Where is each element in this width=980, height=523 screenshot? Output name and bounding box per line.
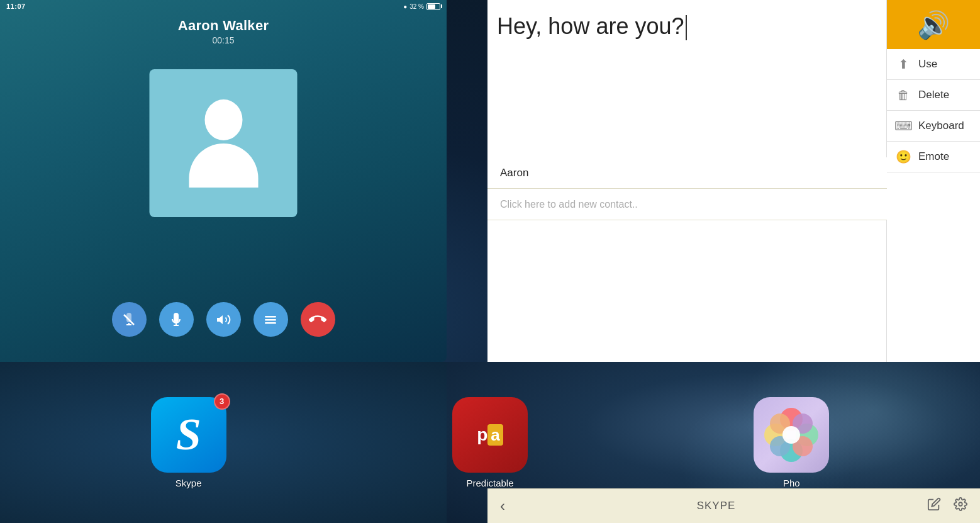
caller-info: Aaron Walker 00:15 [0, 18, 447, 45]
right-sidebar: 🔊 ⬆ Use 🗑 Delete ⌨ Keyboard 🙂 Emote [887, 0, 980, 362]
predictable-label: Predictable [466, 478, 513, 488]
avatar-person [189, 99, 258, 188]
photos-logo [754, 397, 829, 473]
predictable-logo: pa [477, 426, 503, 444]
svg-rect-3 [265, 319, 276, 321]
use-button[interactable]: ⬆ Use [887, 49, 980, 80]
add-contact-label: Click here to add new contact.. [500, 199, 638, 210]
svg-marker-1 [217, 315, 223, 324]
skype-app-icon[interactable]: S 3 [151, 397, 226, 473]
call-controls [0, 302, 447, 337]
keyboard-button[interactable]: ⌨ Keyboard [887, 111, 980, 142]
delete-icon: 🗑 [894, 88, 912, 103]
avatar-body [189, 143, 258, 188]
battery-icon [426, 3, 440, 10]
speaker-button[interactable] [206, 302, 241, 337]
menu-button[interactable] [253, 302, 288, 337]
photos-app-wrapper: Pho [754, 397, 829, 488]
predictable-app-wrapper: pa Predictable [452, 397, 528, 488]
volume-button[interactable]: 🔊 [887, 0, 980, 49]
cursor [686, 15, 687, 40]
delete-button[interactable]: 🗑 Delete [887, 80, 980, 111]
contact-name: Aaron [500, 167, 528, 179]
photos-label: Pho [783, 478, 800, 488]
skype-label: Skype [175, 478, 202, 488]
call-duration: 00:15 [0, 35, 447, 45]
battery-percent: 32 % [409, 3, 424, 10]
status-icons: ● 32 % [403, 3, 440, 10]
emote-button[interactable]: 🙂 Emote [887, 142, 980, 172]
emote-label: Emote [918, 150, 949, 163]
call-panel: 11:07 ● 32 % Aaron Walker 00:15 [0, 0, 447, 362]
svg-rect-2 [265, 316, 276, 318]
text-value: Hey, how are you? [497, 13, 684, 39]
add-contact-button[interactable]: Click here to add new contact.. [487, 189, 887, 220]
svg-point-14 [782, 426, 800, 444]
contact-area: Aaron Click here to add new contact.. [487, 157, 887, 220]
mute-button[interactable] [112, 302, 147, 337]
predictable-app-icon[interactable]: pa [452, 397, 528, 473]
caller-name: Aaron Walker [0, 18, 447, 34]
svg-rect-4 [265, 322, 276, 324]
skype-app-wrapper: S 3 Skype [151, 397, 226, 488]
status-time: 11:07 [6, 3, 26, 10]
keyboard-icon: ⌨ [894, 118, 912, 133]
keyboard-label: Keyboard [918, 120, 964, 132]
skype-badge: 3 [214, 393, 230, 410]
signal-icon: ● [403, 3, 407, 10]
microphone-button[interactable] [159, 302, 194, 337]
status-bar: 11:07 ● 32 % [0, 0, 447, 13]
end-call-button[interactable] [301, 302, 335, 337]
volume-icon: 🔊 [917, 9, 950, 40]
skype-logo: S [176, 408, 201, 461]
delete-label: Delete [918, 89, 949, 101]
photos-app-icon[interactable] [754, 397, 829, 473]
home-screen: S 3 Skype pa Predictable [0, 362, 980, 523]
avatar-head [204, 99, 242, 140]
caller-avatar [150, 69, 298, 217]
use-icon: ⬆ [894, 57, 912, 72]
use-label: Use [918, 58, 937, 70]
emote-icon: 🙂 [894, 149, 912, 164]
text-content: Hey, how are you? [497, 13, 877, 40]
contact-item[interactable]: Aaron [487, 157, 887, 189]
